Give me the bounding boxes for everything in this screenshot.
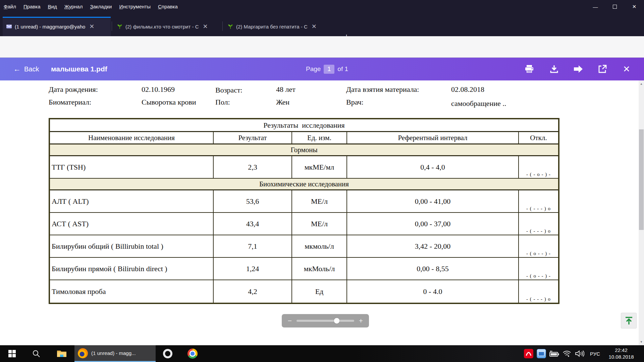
menu-history[interactable]: Журнал [61, 0, 87, 13]
deviation-marker: - ( - - - ) o [519, 206, 558, 212]
chrome-taskbar-button[interactable] [185, 345, 200, 362]
tab-forum-margarita[interactable]: (2) Маргарита без гепатита - С ✕ [224, 17, 335, 36]
battery-tray-icon[interactable] [548, 345, 560, 362]
zoom-out-button[interactable]: − [286, 317, 293, 325]
forward-message-button[interactable] [573, 64, 584, 74]
file-explorer-button[interactable] [54, 345, 70, 362]
tab-separator [112, 21, 112, 31]
taskbar-search-button[interactable] [29, 345, 44, 362]
firefox-taskbar-button[interactable]: (1 unread) - magg... [74, 345, 156, 362]
header-result: Результат [214, 132, 292, 143]
download-button[interactable] [549, 64, 559, 74]
deviation-marker: - ( o - - ) - [519, 273, 558, 279]
tab-title: (2) фильмы.кто что смотрит - С [125, 24, 199, 29]
info-value: 02.10.1969 [142, 85, 175, 94]
range-cell: 0,00 - 8,55 [347, 258, 519, 280]
tab-close-icon[interactable]: ✕ [310, 23, 318, 30]
start-button[interactable] [5, 345, 19, 362]
test-name-cell: Тимоловая проба [50, 280, 214, 303]
info-label: Врач: [346, 98, 364, 107]
speaker-icon [575, 350, 584, 357]
search-icon [32, 350, 40, 358]
chrome-icon [187, 349, 198, 359]
results-table-body: ГормоныТТГ (TSH)2,3мкМЕ/мл0,4 - 4,0- ( -… [50, 144, 558, 303]
menu-tools[interactable]: Инструменты [115, 0, 154, 13]
pdf-close-button[interactable]: ✕ [621, 64, 632, 74]
range-cell: 0,4 - 4,0 [347, 156, 519, 178]
tab-close-icon[interactable]: ✕ [88, 23, 96, 30]
forum-favicon-icon [227, 23, 233, 29]
page-number-input[interactable]: 1 [324, 65, 334, 74]
table-header-row: Наименование исследования Результат Ед. … [50, 132, 558, 144]
close-window-button[interactable]: ✕ [625, 0, 644, 13]
info-value: самообращение .. [451, 99, 506, 108]
deviation-marker: - ( - - - ) o [519, 296, 558, 302]
tab-separator [222, 21, 223, 31]
menu-edit[interactable]: Правка [20, 0, 44, 13]
header-unit: Ед. изм. [292, 132, 347, 143]
results-table: Результаты исследования Наименование исс… [49, 118, 559, 304]
volume-tray-icon[interactable] [573, 345, 586, 362]
scrollbar[interactable]: ▲ ▼ [639, 80, 644, 345]
minimize-button[interactable]: — [586, 0, 605, 13]
scroll-to-top-button[interactable] [621, 313, 637, 328]
info-label: Биоматериал: [49, 98, 91, 107]
intel-graphics-tray-icon[interactable] [535, 345, 547, 362]
range-cell: 0,00 - 41,00 [347, 190, 519, 212]
table-row: Билирубин прямой ( Bilirubin direct )1,2… [50, 258, 558, 280]
header-range: Референтный интервал [347, 132, 519, 143]
range-cell: 3,42 - 20,00 [347, 235, 519, 257]
scrollbar-thumb[interactable] [639, 129, 644, 230]
unit-cell: мкмоль/л [292, 235, 347, 257]
table-row: АЛТ ( ALT)53,6МЕ/л0,00 - 41,00- ( - - - … [50, 190, 558, 213]
language-indicator[interactable]: РУС [586, 345, 604, 362]
unit-cell: мкМоль/л [292, 258, 347, 280]
info-value: 02.08.2018 [451, 85, 484, 94]
wifi-tray-icon[interactable] [561, 345, 573, 362]
unit-cell: МЕ/л [292, 190, 347, 212]
deviation-marker: - ( o - - ) - [519, 251, 558, 256]
table-section-row: Биохимические исследования [50, 179, 558, 190]
screen: Файл Правка Вид Журнал Закладки Инструме… [0, 0, 644, 362]
info-label: Возраст: [215, 86, 243, 95]
info-label: Пол: [215, 98, 230, 107]
info-label: Дата рождения: [49, 85, 98, 94]
tab-close-icon[interactable]: ✕ [201, 23, 209, 30]
pdf-filename: малышева 1.pdf [51, 58, 107, 80]
zoom-slider-thumb[interactable] [334, 318, 340, 324]
table-row: ТТГ (TSH)2,3мкМЕ/мл0,4 - 4,0- ( - o - ) … [50, 156, 558, 179]
clock-date: 10.08.2018 [608, 354, 634, 360]
test-name-cell: Билирубин общий ( Billirubin total ) [50, 235, 214, 257]
menu-bookmarks[interactable]: Закладки [86, 0, 115, 13]
open-new-window-button[interactable] [597, 64, 608, 74]
result-cell: 7,1 [214, 235, 292, 257]
deviation-cell: - ( o - - ) - [519, 258, 558, 280]
menu-file[interactable]: Файл [0, 0, 20, 13]
external-link-icon [598, 65, 607, 73]
table-title: Результаты исследования [50, 119, 558, 132]
menu-view[interactable]: Вид [44, 0, 61, 13]
windows-logo-icon [8, 350, 16, 357]
pdf-back-button[interactable]: ← Back [13, 58, 39, 80]
avira-tray-icon[interactable] [523, 345, 535, 362]
scroll-up-icon[interactable]: ▲ [639, 81, 644, 86]
unit-cell: Ед [292, 280, 347, 303]
opera-taskbar-button[interactable] [160, 345, 175, 362]
zoom-slider-track[interactable] [297, 320, 354, 322]
battery-icon [549, 350, 559, 357]
forum-favicon-icon [117, 23, 123, 29]
tab-title: (2) Маргарита без гепатита - С [236, 24, 308, 29]
zoom-slider-overlay: − + [282, 314, 369, 327]
info-label: Дата взятия материала: [346, 85, 419, 94]
menu-help[interactable]: Справка [154, 0, 181, 13]
print-button[interactable] [524, 64, 535, 74]
tab-title: (1 unread) - maggmargo@yaho [15, 24, 85, 29]
restore-button[interactable] [605, 0, 625, 13]
zoom-in-button[interactable]: + [358, 317, 364, 325]
tab-forum-films[interactable]: (2) фильмы.кто что смотрит - С ✕ [113, 17, 221, 36]
clock[interactable]: 22:42 10.08.2018 [604, 345, 639, 362]
result-cell: 4,2 [214, 280, 292, 303]
scroll-down-icon[interactable]: ▼ [639, 339, 644, 345]
tab-yahoo-mail[interactable]: (1 unread) - maggmargo@yaho ✕ [3, 17, 111, 36]
pdf-viewer-toolbar: ← Back малышева 1.pdf Page 1 of 1 ✕ [0, 58, 644, 80]
